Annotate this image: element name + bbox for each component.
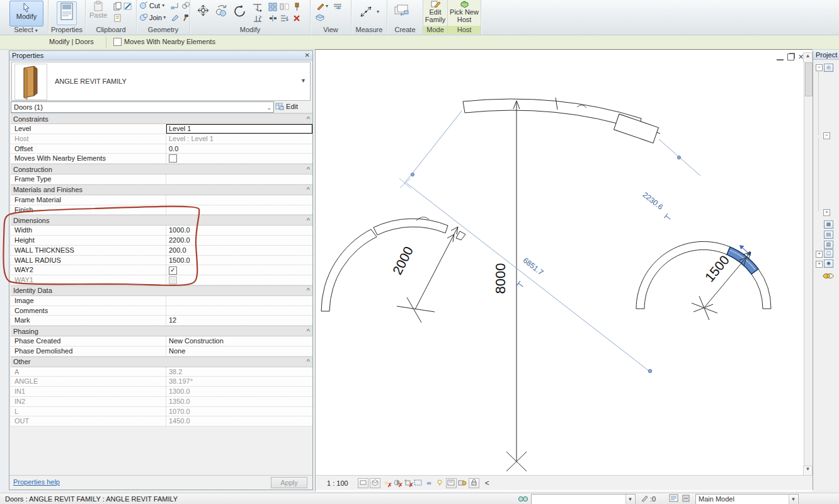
join-geometry-button[interactable]: Join▾ bbox=[139, 13, 166, 21]
section-header-other[interactable]: Other^ bbox=[11, 357, 312, 367]
section-collapse-icon[interactable]: ^ bbox=[307, 115, 310, 123]
dimension-8000-label[interactable]: 8000 bbox=[493, 263, 508, 294]
schedules-node-icon[interactable]: ▦ bbox=[824, 220, 833, 229]
move-icon[interactable] bbox=[196, 4, 210, 13]
property-value[interactable] bbox=[166, 195, 312, 205]
temporary-view-properties-icon[interactable] bbox=[446, 478, 457, 488]
linework-pencil-icon[interactable] bbox=[315, 2, 325, 11]
property-value[interactable]: 1000.0 bbox=[166, 226, 312, 235]
top-wall[interactable] bbox=[463, 98, 660, 143]
vertical-scrollbar[interactable] bbox=[804, 61, 813, 477]
cope-icon[interactable] bbox=[170, 1, 180, 10]
pick-new-host-button[interactable]: Pick New Host bbox=[448, 0, 480, 25]
section-header-construction[interactable]: Construction^ bbox=[11, 164, 312, 175]
property-value[interactable]: 1450.0 bbox=[166, 416, 312, 426]
restore-view-icon[interactable] bbox=[787, 54, 794, 60]
properties-toggle-button[interactable] bbox=[57, 1, 77, 25]
property-value[interactable] bbox=[166, 306, 312, 316]
scroll-down-arrow[interactable]: ▼ bbox=[803, 466, 813, 476]
property-value[interactable]: 1500.0 bbox=[166, 256, 312, 265]
edit-type-button[interactable]: Edit Type bbox=[275, 101, 313, 112]
palette-title-bar[interactable]: Properties ✕ bbox=[9, 51, 312, 60]
dimension-2230[interactable]: 2230.6 bbox=[641, 139, 700, 222]
worksets-icon[interactable] bbox=[518, 494, 528, 504]
host-panel-label[interactable]: Host bbox=[448, 26, 481, 34]
property-value[interactable]: None bbox=[166, 346, 312, 356]
section-header-dimensions[interactable]: Dimensions^ bbox=[11, 215, 312, 226]
section-header-identity-data[interactable]: Identity Data^ bbox=[11, 285, 312, 296]
drawing-area[interactable]: 8000 6851.7 2230.6 bbox=[315, 49, 813, 491]
property-value[interactable]: Level : Level 1 bbox=[166, 134, 312, 144]
dimension-2230-label[interactable]: 2230.6 bbox=[641, 190, 665, 212]
property-value[interactable]: New Construction bbox=[166, 336, 312, 346]
create-panel-label[interactable]: Create bbox=[387, 26, 423, 34]
section-header-materials-and-finishes[interactable]: Materials and Finishes^ bbox=[11, 185, 312, 195]
view-scale-label[interactable]: 1 : 100 bbox=[327, 479, 348, 487]
workset-dropdown[interactable]: ▼ bbox=[531, 494, 636, 504]
property-value[interactable]: ✓ bbox=[166, 265, 312, 275]
geometry-panel-label[interactable]: Geometry bbox=[137, 26, 190, 34]
mode-panel-label[interactable]: Mode bbox=[423, 26, 447, 34]
dimension-8000[interactable]: 8000 bbox=[493, 101, 527, 471]
project-browser-title[interactable]: Project B bbox=[813, 50, 839, 60]
paste-options-icon[interactable] bbox=[113, 13, 123, 22]
exclude-options-icon[interactable] bbox=[682, 494, 692, 504]
type-selector-combobox[interactable]: Doors (1) ⌄ bbox=[11, 101, 274, 113]
drag-handle-dot[interactable] bbox=[411, 173, 414, 176]
match-type-icon[interactable] bbox=[123, 2, 133, 11]
property-value[interactable]: 0.0 bbox=[166, 144, 312, 154]
tree-expand-box[interactable]: + bbox=[816, 251, 823, 258]
analytical-model-icon[interactable] bbox=[458, 479, 467, 488]
property-value[interactable] bbox=[166, 205, 312, 215]
property-value[interactable]: 1350.0 bbox=[166, 397, 312, 406]
section-collapse-icon[interactable]: ^ bbox=[307, 287, 310, 294]
measure-dropdown[interactable]: ▾ bbox=[377, 9, 379, 14]
create-group-icon[interactable] bbox=[393, 3, 412, 12]
section-collapse-icon[interactable]: ^ bbox=[307, 358, 310, 365]
sun-path-off-icon[interactable]: ☼✗ bbox=[382, 479, 391, 488]
families-node-icon[interactable]: ▢ bbox=[824, 249, 833, 258]
view-range-box-icon[interactable] bbox=[315, 13, 325, 22]
tree-collapse-box[interactable]: − bbox=[823, 132, 830, 139]
cut-geometry-button[interactable]: Cut▾ bbox=[139, 1, 164, 9]
edit-family-button[interactable]: Edit Family bbox=[424, 0, 447, 25]
mirror-icon[interactable] bbox=[279, 3, 289, 11]
property-value[interactable] bbox=[166, 275, 312, 285]
minimize-view-icon[interactable] bbox=[777, 54, 784, 60]
design-options-icon[interactable] bbox=[640, 494, 649, 504]
drag-handle-dot[interactable] bbox=[677, 156, 680, 159]
dimension-2000-label[interactable]: 2000 bbox=[389, 244, 416, 277]
property-value[interactable]: 200.0 bbox=[166, 246, 312, 255]
align-icon[interactable] bbox=[251, 3, 264, 11]
measure-panel-label[interactable]: Measure bbox=[351, 26, 387, 34]
collapse-viewbar-arrow[interactable]: < bbox=[485, 479, 489, 488]
moves-with-nearby-checkbox[interactable] bbox=[113, 38, 122, 46]
active-only-icon[interactable] bbox=[669, 494, 679, 504]
offset-array-icon[interactable] bbox=[279, 14, 289, 23]
section-collapse-icon[interactable]: ^ bbox=[307, 328, 310, 335]
trim-extend-icon[interactable] bbox=[251, 14, 264, 23]
drag-handle-dot[interactable] bbox=[648, 369, 652, 373]
type-selector-dropdown-icon[interactable]: ▼ bbox=[300, 77, 306, 84]
measure-icon[interactable] bbox=[358, 4, 375, 13]
detail-level-icon[interactable] bbox=[370, 478, 380, 488]
property-value[interactable]: 2200.0 bbox=[166, 236, 312, 245]
split-element-icon[interactable] bbox=[268, 14, 278, 23]
tree-expand-box[interactable]: + bbox=[823, 209, 830, 216]
design-option-dropdown[interactable]: Main Model ▼ bbox=[695, 494, 799, 504]
sheets-node-icon[interactable]: ▧ bbox=[824, 241, 833, 249]
show-crop-region-icon[interactable] bbox=[414, 479, 423, 488]
pin-icon[interactable] bbox=[292, 3, 302, 11]
matrix-array-icon[interactable] bbox=[268, 3, 278, 11]
property-value[interactable] bbox=[166, 175, 312, 184]
temporary-hide-isolate-icon[interactable]: ∞ bbox=[425, 479, 434, 488]
clipboard-panel-label[interactable]: Clipboard bbox=[86, 26, 136, 34]
shadows-off-icon[interactable]: ✗ bbox=[392, 479, 402, 488]
constraints-lock-icon[interactable] bbox=[469, 478, 479, 488]
property-value[interactable] bbox=[166, 296, 312, 306]
property-value[interactable]: 38.197° bbox=[166, 377, 312, 386]
property-value[interactable]: 1070.0 bbox=[166, 407, 312, 416]
tree-collapse-box[interactable]: − bbox=[816, 64, 823, 71]
dimension-6851-label[interactable]: 6851.7 bbox=[522, 256, 545, 277]
section-header-constraints[interactable]: Constraints^ bbox=[11, 113, 312, 124]
